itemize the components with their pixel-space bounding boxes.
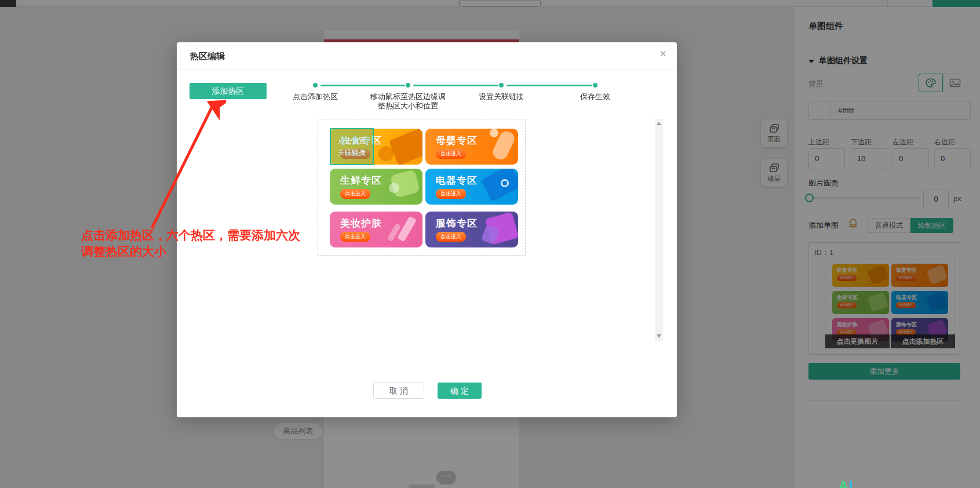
step-label-2: 移动鼠标至热区边缘调整热区大小和位置	[367, 92, 449, 111]
step-line	[507, 85, 592, 86]
step-label-1: 点击添加热区	[272, 92, 359, 101]
tile-badge: 点击进入	[340, 232, 370, 242]
tile-title: 服饰专区	[436, 217, 478, 230]
step-dot	[593, 83, 598, 88]
tile-badge: 点击进入	[436, 149, 466, 159]
tile-badge: 点击进入	[436, 189, 466, 199]
close-icon[interactable]: ×	[660, 48, 666, 59]
step-line	[413, 85, 498, 86]
annotation-text-line2: 调整热区的大小	[81, 243, 166, 260]
step-dot	[313, 83, 318, 88]
tile-badge: 点击进入	[340, 189, 370, 199]
step-label-4: 保存生效	[552, 92, 639, 101]
step-dot	[499, 83, 504, 88]
tile-badge: 点击进入	[436, 232, 466, 242]
annotation-arrow	[139, 96, 226, 232]
hotspot-region[interactable]: 点击设置 关联链接	[330, 128, 374, 165]
hotspot-image-container[interactable]: 饮食专区 点击进入 母婴专区 点击进入 生鲜专区 点击进入 电器专区 点击进入 …	[318, 119, 526, 256]
tile-electronics: 电器专区 点击进入	[425, 169, 518, 205]
modal-scrollbar[interactable]	[655, 119, 663, 341]
modal-header-divider	[177, 70, 677, 70]
tile-title: 电器专区	[436, 174, 478, 187]
hotspot-hint-line2: 关联链接	[331, 148, 373, 158]
tile-fresh: 生鲜专区 点击进入	[330, 169, 422, 205]
step-label-3: 设置关联链接	[458, 92, 545, 101]
scroll-up-icon[interactable]	[657, 122, 661, 125]
confirm-button[interactable]: 确 定	[438, 383, 482, 399]
tile-clothing: 服饰专区 点击进入	[425, 212, 518, 247]
cancel-button[interactable]: 取 消	[373, 383, 424, 399]
tile-title: 生鲜专区	[340, 174, 382, 187]
tile-baby: 母婴专区 点击进入	[425, 129, 518, 165]
step-dot	[406, 83, 410, 88]
tile-title: 美妆护肤	[340, 217, 382, 230]
tile-beauty: 美妆护肤 点击进入	[330, 212, 422, 247]
tile-title: 母婴专区	[436, 134, 478, 147]
hotspot-hint-line1: 点击设置	[331, 136, 373, 146]
scroll-down-icon[interactable]	[657, 334, 661, 338]
modal-title: 热区编辑	[190, 51, 225, 62]
brand-logo: AI	[839, 479, 853, 488]
step-line	[320, 85, 405, 86]
